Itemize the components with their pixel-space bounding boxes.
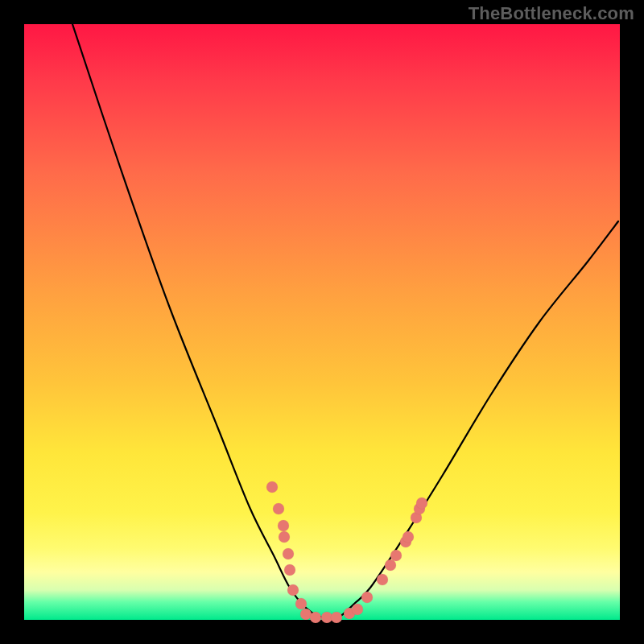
highlight-dot [284, 564, 295, 576]
highlight-dot [390, 550, 402, 561]
highlight-dot [402, 531, 414, 543]
highlight-dot [361, 592, 373, 603]
watermark-text: TheBottleneck.com [469, 3, 634, 24]
highlight-dot [416, 497, 427, 509]
highlight-dot [287, 584, 299, 596]
highlight-dot [273, 503, 284, 514]
highlight-dot [295, 598, 307, 609]
highlight-dot [279, 531, 290, 543]
highlight-dot [266, 481, 278, 493]
highlight-dot [377, 574, 388, 585]
chart-plot-area [24, 24, 620, 620]
highlight-dot [331, 612, 342, 623]
highlight-dot [385, 559, 396, 571]
highlight-dot [352, 604, 363, 615]
highlight-dot [283, 548, 294, 559]
highlight-dot [310, 612, 321, 623]
highlight-dot [278, 520, 289, 531]
highlight-dots-layer [24, 24, 620, 620]
